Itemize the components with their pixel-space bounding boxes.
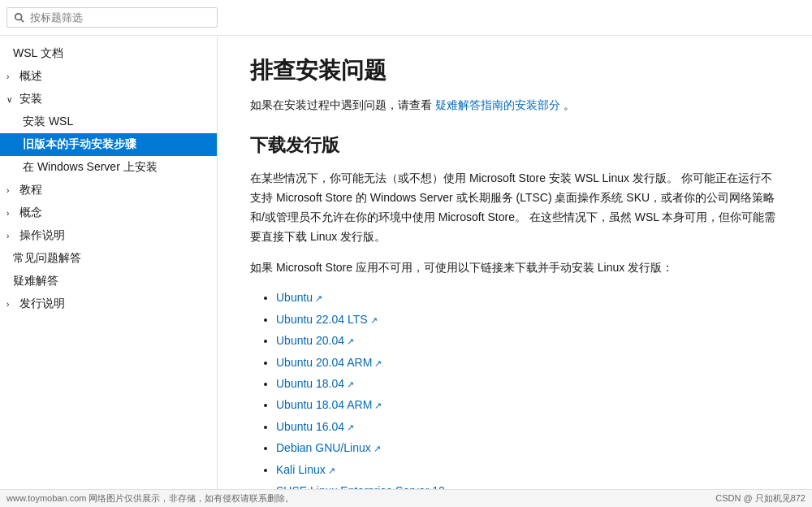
body-paragraph-1: 在某些情况下，你可能无法（或不想）使用 Microsoft Store 安装 W… bbox=[250, 169, 780, 246]
chevron-right-icon: › bbox=[6, 300, 16, 309]
distro-link-ubuntu2004[interactable]: Ubuntu 20.04 bbox=[276, 334, 354, 347]
svg-line-1 bbox=[21, 19, 24, 22]
sidebar-item-manual-install[interactable]: 旧版本的手动安装步骤 bbox=[0, 133, 217, 156]
intro-text-suffix: 。 bbox=[564, 98, 575, 111]
sidebar-item-concepts[interactable]: › 概念 bbox=[0, 202, 217, 224]
sidebar-item-release-notes[interactable]: › 发行说明 bbox=[0, 292, 217, 315]
distro-link-kali[interactable]: Kali Linux bbox=[276, 463, 335, 476]
intro-paragraph: 如果在安装过程中遇到问题，请查看 疑难解答指南的安装部分 。 bbox=[250, 96, 780, 114]
list-item: Kali Linux bbox=[276, 461, 780, 479]
distro-link-ubuntu[interactable]: Ubuntu bbox=[276, 291, 322, 304]
chevron-down-icon: ∨ bbox=[6, 95, 16, 104]
body-paragraph-2: 如果 Microsoft Store 应用不可用，可使用以下链接来下载并手动安装… bbox=[250, 258, 780, 278]
list-item: Ubuntu bbox=[276, 288, 780, 306]
sidebar-item-operations[interactable]: › 操作说明 bbox=[0, 224, 217, 247]
footer-bar: www.toymoban.com 网络图片仅供展示，非存储，如有侵权请联系删除。… bbox=[0, 489, 812, 507]
sidebar-item-overview[interactable]: › 概述 bbox=[0, 65, 217, 88]
chevron-right-icon: › bbox=[6, 186, 16, 195]
chevron-right-icon: › bbox=[6, 232, 16, 240]
sidebar-item-label: 疑难解答 bbox=[13, 274, 58, 288]
sidebar-item-label: 旧版本的手动安装步骤 bbox=[23, 137, 136, 152]
sidebar-item-faq[interactable]: 常见问题解答 bbox=[0, 247, 217, 270]
sidebar-item-label: 概述 bbox=[19, 69, 42, 84]
section-title-download: 下载发行版 bbox=[250, 133, 780, 158]
list-item: Ubuntu 18.04 ARM bbox=[276, 396, 780, 414]
sidebar-item-install[interactable]: ∨ 安装 bbox=[0, 88, 217, 110]
sidebar-item-tutorials[interactable]: › 教程 bbox=[0, 179, 217, 202]
distro-link-ubuntu1804arm[interactable]: Ubuntu 18.04 ARM bbox=[276, 398, 382, 411]
chevron-right-icon: › bbox=[6, 209, 16, 218]
list-item: Ubuntu 22.04 LTS bbox=[276, 310, 780, 328]
distro-link-debian[interactable]: Debian GNU/Linux bbox=[276, 441, 381, 454]
search-input[interactable] bbox=[30, 11, 210, 24]
distro-link-ubuntu1804[interactable]: Ubuntu 18.04 bbox=[276, 377, 354, 390]
list-item: Debian GNU/Linux bbox=[276, 439, 780, 457]
svg-point-0 bbox=[15, 13, 22, 20]
sidebar-item-label: 在 Windows Server 上安装 bbox=[23, 160, 158, 175]
sidebar-item-label: 教程 bbox=[19, 183, 42, 197]
list-item: Ubuntu 18.04 bbox=[276, 375, 780, 392]
list-item: Ubuntu 20.04 bbox=[276, 332, 780, 349]
search-box[interactable] bbox=[6, 7, 218, 28]
footer-left-text: www.toymoban.com 网络图片仅供展示，非存储，如有侵权请联系删除。 bbox=[6, 492, 294, 505]
top-bar bbox=[0, 0, 812, 36]
troubleshoot-link[interactable]: 疑难解答指南的安装部分 bbox=[435, 98, 560, 111]
list-item: SUSE Linux Enterprise Server 12 bbox=[276, 482, 780, 489]
sidebar-item-troubleshoot[interactable]: 疑难解答 bbox=[0, 270, 217, 292]
main-layout: WSL 文档 › 概述 ∨ 安装 安装 WSL 旧版本的手动安装步骤 在 Win… bbox=[0, 36, 812, 489]
sidebar-item-label: 概念 bbox=[19, 206, 42, 220]
sidebar-item-label: 发行说明 bbox=[19, 297, 65, 311]
sidebar: WSL 文档 › 概述 ∨ 安装 安装 WSL 旧版本的手动安装步骤 在 Win… bbox=[0, 36, 218, 489]
page-title: 排查安装问题 bbox=[250, 55, 780, 86]
sidebar-item-label: 操作说明 bbox=[19, 228, 65, 243]
list-item: Ubuntu 16.04 bbox=[276, 418, 780, 436]
distro-list: Ubuntu Ubuntu 22.04 LTS Ubuntu 20.04 Ubu… bbox=[250, 288, 780, 489]
list-item: Ubuntu 20.04 ARM bbox=[276, 353, 780, 371]
sidebar-item-windows-server[interactable]: 在 Windows Server 上安装 bbox=[0, 156, 217, 179]
distro-link-ubuntu2204[interactable]: Ubuntu 22.04 LTS bbox=[276, 313, 378, 326]
chevron-right-icon: › bbox=[6, 72, 16, 81]
sidebar-item-label: 安装 bbox=[19, 92, 42, 106]
sidebar-item-label: 安装 WSL bbox=[23, 115, 73, 129]
distro-link-ubuntu2004arm[interactable]: Ubuntu 20.04 ARM bbox=[276, 356, 382, 369]
sidebar-item-label: 常见问题解答 bbox=[13, 251, 81, 266]
distro-link-ubuntu1604[interactable]: Ubuntu 16.04 bbox=[276, 420, 354, 433]
search-icon bbox=[14, 12, 25, 24]
footer-right-text: CSDN @ 只如机见872 bbox=[715, 492, 806, 505]
sidebar-item-wsl-docs[interactable]: WSL 文档 bbox=[0, 42, 217, 65]
sidebar-item-install-wsl[interactable]: 安装 WSL bbox=[0, 110, 217, 133]
sidebar-item-label: WSL 文档 bbox=[13, 46, 63, 61]
content-area: 排查安装问题 如果在安装过程中遇到问题，请查看 疑难解答指南的安装部分 。 下载… bbox=[218, 36, 812, 489]
intro-text-prefix: 如果在安装过程中遇到问题，请查看 bbox=[250, 98, 432, 111]
